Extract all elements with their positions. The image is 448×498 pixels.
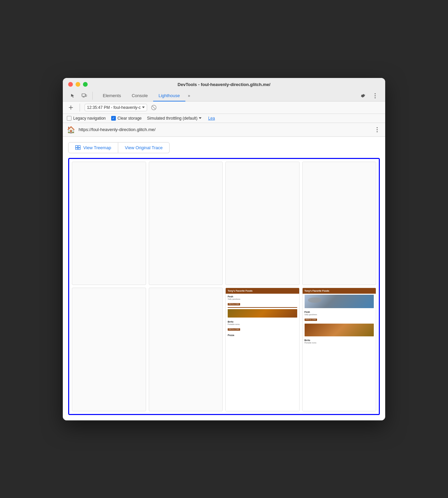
legacy-navigation-checkbox[interactable] — [67, 116, 72, 121]
add-target-icon[interactable] — [67, 103, 75, 112]
frame-fish-image — [305, 295, 374, 308]
tab-lighthouse[interactable]: Lighthouse — [153, 90, 185, 101]
filmstrip-grid: Tony's Favorite Foods Fesh Salty goodnes… — [72, 162, 376, 411]
frame-header: Tony's Favorite Foods — [303, 288, 376, 294]
url-display: https://foul-heavenly-direction.glitch.m… — [79, 127, 370, 132]
svg-rect-17 — [78, 148, 80, 150]
svg-rect-16 — [76, 148, 78, 150]
title-bar-top: DevTools - foul-heavenly-direction.glitc… — [68, 82, 380, 87]
window-title: DevTools - foul-heavenly-direction.glitc… — [178, 82, 270, 87]
target-label: 12:35:47 PM - foul-heavenly-c — [87, 105, 141, 110]
svg-point-5 — [375, 95, 376, 96]
legacy-navigation-label: Legacy navigation — [73, 116, 106, 121]
svg-rect-14 — [76, 146, 78, 148]
trace-label: View Original Trace — [125, 145, 163, 150]
more-icon[interactable] — [370, 91, 380, 100]
filmstrip-frame — [302, 162, 376, 285]
minimize-button[interactable] — [76, 82, 80, 87]
tab-bar: Elements Console Lighthouse » — [68, 90, 380, 101]
svg-point-12 — [377, 129, 378, 130]
svg-line-10 — [152, 106, 156, 109]
tab-elements[interactable]: Elements — [97, 90, 126, 101]
svg-point-11 — [377, 127, 378, 128]
tab-console[interactable]: Console — [126, 90, 153, 101]
lighthouse-icon: 🏠 — [67, 126, 75, 134]
legacy-navigation-group[interactable]: Legacy navigation — [67, 116, 106, 121]
settings-icon[interactable] — [358, 91, 368, 100]
target-selector[interactable]: 12:35:47 PM - foul-heavenly-c — [85, 104, 147, 111]
clear-storage-group[interactable]: ✓ Clear storage — [111, 116, 142, 121]
close-button[interactable] — [68, 82, 73, 87]
cursor-icon[interactable] — [68, 91, 78, 100]
block-icon[interactable] — [150, 104, 157, 111]
frame-burrito-image — [305, 324, 374, 336]
filmstrip-frame — [225, 162, 300, 285]
tab-overflow[interactable]: » — [185, 91, 193, 100]
filmstrip-frame-full: Tony's Favorite Foods Fesh Salty goodnes… — [302, 288, 376, 411]
clear-storage-checkbox[interactable]: ✓ — [111, 116, 116, 121]
filmstrip-frame — [72, 288, 146, 411]
maximize-button[interactable] — [83, 82, 88, 87]
frame-image-partial — [228, 309, 297, 318]
view-trace-button[interactable]: View Original Trace — [118, 142, 170, 153]
frame-item: Fesh Salty goodness PROS & CONS — [226, 294, 299, 307]
svg-point-4 — [375, 93, 376, 94]
filmstrip-frame — [72, 162, 146, 285]
throttle-label: Simulated throttling (default) — [147, 116, 197, 121]
filmstrip-frame-partial: Tony's Favorite Foods Fesh Salty goodnes… — [225, 288, 300, 411]
clear-storage-label: Clear storage — [118, 116, 142, 121]
learn-link[interactable]: Lea — [208, 116, 215, 121]
tab-bar-left-icons — [68, 91, 94, 100]
frame-item: Brrto Portable noms PROS & CONS — [226, 319, 299, 332]
devtools-window: DevTools - foul-heavenly-direction.glitc… — [63, 78, 385, 420]
devices-icon[interactable] — [80, 91, 89, 100]
url-row-more-button[interactable] — [373, 126, 381, 134]
svg-rect-1 — [85, 95, 87, 96]
frame-item: Pezza — [226, 332, 299, 337]
svg-point-13 — [377, 131, 378, 132]
tab-bar-right — [358, 91, 380, 100]
url-row: 🏠 https://foul-heavenly-direction.glitch… — [63, 123, 385, 137]
filmstrip-frame — [149, 162, 223, 285]
frame-item: Brrto Portable noms — [303, 337, 376, 345]
view-treemap-button[interactable]: View Treemap — [68, 142, 118, 153]
options-row: Legacy navigation ✓ Clear storage Simula… — [63, 114, 385, 123]
separator — [80, 103, 80, 112]
traffic-lights — [68, 82, 88, 87]
tab-separator — [92, 92, 93, 100]
toolbar-row: 12:35:47 PM - foul-heavenly-c — [63, 101, 385, 114]
view-buttons: View Treemap View Original Trace — [68, 142, 380, 153]
svg-rect-15 — [78, 146, 80, 148]
main-content: View Treemap View Original Trace — [63, 137, 385, 420]
throttle-selector[interactable]: Simulated throttling (default) — [147, 116, 201, 121]
treemap-label: View Treemap — [83, 145, 111, 150]
frame-header: Tony's Favorite Foods — [226, 288, 299, 294]
filmstrip-container: Tony's Favorite Foods Fesh Salty goodnes… — [68, 158, 380, 415]
svg-point-6 — [375, 97, 376, 98]
title-bar: DevTools - foul-heavenly-direction.glitc… — [63, 78, 385, 101]
frame-item: Fesh Salty goodness PROS & CONS — [303, 309, 376, 323]
svg-rect-0 — [82, 94, 85, 96]
filmstrip-frame — [149, 288, 223, 411]
